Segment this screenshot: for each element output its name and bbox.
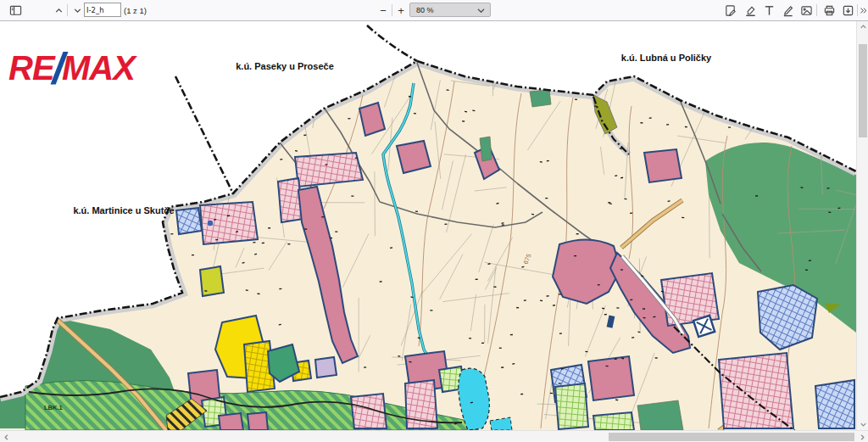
print-button[interactable]: [821, 0, 837, 20]
image-icon: [800, 4, 813, 17]
chevron-down-icon: [72, 5, 83, 16]
vertical-scrollbar[interactable]: [856, 20, 868, 430]
zoom-out-button[interactable]: −: [376, 0, 391, 20]
label-ku-lubna: k.ú. Lubná u Poličky: [621, 53, 712, 63]
toolbar-separator: [392, 4, 392, 16]
text-tool-icon: [763, 4, 776, 17]
label-lbk1: LBK.1: [44, 404, 63, 411]
chevron-up-icon: [53, 5, 64, 16]
pdf-page-canvas[interactable]: RE / MAX: [0, 20, 856, 430]
scroll-left-icon: [3, 434, 10, 441]
label-ku-paseky: k.ú. Paseky u Proseče: [236, 61, 334, 71]
sidebar-toggle-button[interactable]: [7, 0, 24, 20]
highlighter-icon: [744, 4, 757, 17]
highlight-button[interactable]: [742, 0, 759, 20]
vertical-scroll-thumb[interactable]: [859, 44, 867, 137]
scroll-left-button[interactable]: [0, 431, 12, 442]
label-ku-martinice: k.ú. Martinice u Skutče: [73, 205, 174, 215]
scroll-right-button[interactable]: [856, 431, 868, 442]
remax-logo: RE / MAX: [8, 49, 135, 87]
logo-text-max: MAX: [62, 49, 135, 87]
pdf-viewer-window: (1 z 1) − + 80 %: [0, 0, 868, 442]
horizontal-scroll-thumb[interactable]: [609, 433, 854, 441]
page-count-label: (1 z 1): [124, 0, 147, 20]
previous-page-button[interactable]: [51, 0, 66, 20]
add-signature-button[interactable]: [721, 0, 738, 20]
scroll-down-icon: [860, 421, 867, 428]
add-image-button[interactable]: [798, 0, 815, 20]
chevron-down-icon: [477, 8, 485, 14]
draw-button[interactable]: [779, 0, 796, 20]
logo-text-re: RE: [8, 49, 54, 87]
scroll-right-icon: [859, 434, 866, 441]
add-text-button[interactable]: [760, 0, 777, 20]
signature-icon: [724, 4, 737, 17]
zoom-select[interactable]: 80 %: [409, 3, 491, 17]
printer-icon: [823, 4, 836, 17]
zoom-level-value: 80 %: [416, 6, 434, 14]
next-page-button[interactable]: [70, 0, 85, 20]
toolbar-separator: [67, 4, 68, 16]
zoom-in-button[interactable]: +: [393, 0, 409, 20]
scroll-down-button[interactable]: [857, 418, 868, 430]
scroll-up-button[interactable]: [857, 20, 868, 32]
horizontal-scrollbar[interactable]: [0, 430, 868, 442]
double-chevron-right-icon: [859, 5, 868, 16]
page-number-input[interactable]: [84, 3, 121, 17]
download-icon: [842, 4, 854, 17]
scroll-up-icon: [860, 23, 867, 31]
save-button[interactable]: [839, 0, 856, 20]
sidebar-icon: [9, 4, 22, 17]
more-tools-button[interactable]: [859, 0, 868, 20]
toolbar-separator: [816, 4, 817, 16]
pdf-toolbar: (1 z 1) − + 80 %: [0, 0, 868, 21]
toolbar-separator: [857, 4, 858, 16]
pencil-icon: [782, 4, 794, 17]
map-point-symbol: [208, 221, 213, 226]
